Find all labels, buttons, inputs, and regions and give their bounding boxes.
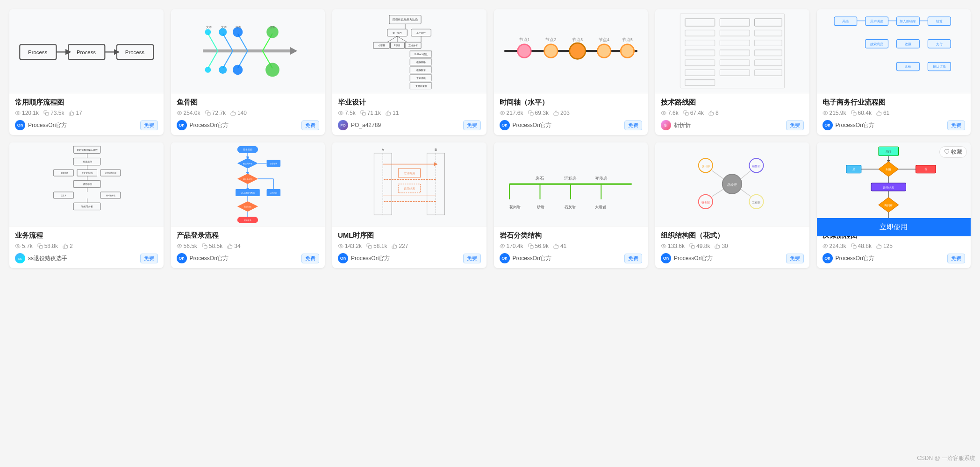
svg-text:总经理: 总经理 [727, 183, 737, 186]
author-name: ProcessOn官方 [513, 121, 551, 129]
svg-text:花岗岩: 花岗岩 [509, 205, 521, 210]
svg-text:销售部: 销售部 [752, 165, 761, 168]
card-footer: On ProcessOn官方 免费 [15, 120, 158, 130]
card-9[interactable]: A B 方法调用 返回结果 UML时序图 143.2 [332, 142, 486, 268]
card-body: UML时序图 143.2k 58.1k 227 On Proces [332, 226, 486, 268]
svg-text:小宗量: 小宗量 [378, 44, 385, 47]
card-10[interactable]: 岩石 沉积岩 变质岩 花岗岩 砂岩 石灰岩 大理岩 岩石分类结构 170.4k [494, 142, 648, 268]
card-title: 毕业设计 [338, 98, 481, 107]
svg-text:开始: 开始 [886, 149, 892, 153]
svg-rect-78 [720, 19, 750, 26]
svg-rect-81 [720, 30, 750, 36]
svg-rect-83 [685, 40, 715, 46]
svg-rect-187 [369, 246, 372, 249]
card-5[interactable]: 技术路线图 7.6k 67.4k 8 析 析忻忻 [655, 9, 809, 135]
card-body: 产品登录流程 56.5k 58.5k 34 On ProcessO [171, 226, 325, 268]
avatar: 析 [661, 120, 671, 130]
svg-text:否: 否 [924, 168, 927, 171]
views-stat: 217.6k [500, 110, 523, 116]
svg-rect-171 [204, 246, 207, 249]
svg-text:专家系统: 专家系统 [416, 77, 426, 79]
author-name: 析忻忻 [674, 121, 691, 129]
copies-stat: 71.1k [360, 110, 381, 116]
card-1[interactable]: Process Process Process 常用顺序流程图 120.1k 7 [9, 9, 164, 135]
author-info: On ProcessOn官方 [338, 253, 390, 263]
free-badge: 免费 [947, 254, 965, 263]
svg-point-96 [663, 113, 665, 114]
card-thumbnail: 岩石 沉积岩 变质岩 花岗岩 砂岩 石灰岩 大理岩 [494, 142, 648, 226]
card-stats: 133.6k 49.8k 30 [661, 243, 804, 249]
svg-rect-80 [685, 30, 715, 36]
card-stats: 143.2k 58.1k 227 [338, 243, 481, 249]
card-footer: On ProcessOn官方 免费 [338, 253, 481, 263]
svg-text:轻松等分析: 轻松等分析 [82, 205, 93, 208]
svg-text:中文文字识别: 中文文字识别 [82, 172, 93, 174]
svg-rect-97 [685, 113, 688, 116]
svg-text:返回结果: 返回结果 [404, 188, 415, 191]
svg-text:工程部: 工程部 [752, 201, 761, 204]
card-body: 组织结构图（花式） 133.6k 49.8k 30 On Proc [655, 226, 809, 268]
card-3[interactable]: 回归性总结类方法论 量子信号 基于软件 小宗量 R项目 五点分析 Kullbac… [332, 9, 486, 135]
author-name: ProcessOn官方 [513, 255, 551, 262]
views-stat: 7.6k [661, 110, 679, 116]
svg-rect-82 [755, 30, 782, 36]
card-8[interactable]: 登录页面 验证用户名 处理登录 输入验证码 进入用户界面 记住密码 是 [171, 142, 325, 268]
svg-point-20 [205, 29, 211, 35]
use-button[interactable]: 立即使用 [817, 218, 971, 236]
avatar: On [823, 120, 833, 130]
avatar: On [338, 253, 348, 263]
card-stats: 7.5k 71.1k 11 [338, 110, 481, 116]
author-info: On ProcessOn官方 [661, 253, 713, 263]
svg-point-25 [219, 66, 227, 74]
svg-point-64 [517, 44, 530, 57]
card-thumbnail: Process Process Process [9, 9, 164, 93]
svg-text:财务部: 财务部 [701, 201, 710, 204]
card-6[interactable]: 开始 用户浏览 加入购物车 结算 搜索商品 收藏 支付 比价 确认订单 [817, 9, 971, 135]
views-stat: 5.7k [15, 243, 33, 249]
card-stats: 224.3k 48.8k 125 [823, 243, 966, 249]
card-7[interactable]: 初始化数据输入参数 发送示例 一般期初符 中文文字识别 处理识别结果 调用示例 … [9, 142, 164, 268]
author-name: ProcessOn官方 [351, 255, 390, 262]
card-title: 时间轴（水平） [500, 98, 643, 107]
svg-rect-62 [362, 113, 365, 116]
views-stat: 120.1k [15, 110, 39, 116]
svg-text:输入验证码: 输入验证码 [243, 178, 252, 181]
likes-stat: 125 [876, 243, 893, 249]
likes-stat: 227 [392, 243, 408, 249]
svg-text:节点4: 节点4 [599, 37, 609, 42]
svg-point-68 [621, 44, 634, 57]
svg-text:结算: 结算 [936, 20, 942, 24]
svg-text:文本: 文本 [206, 26, 212, 29]
likes-stat: 61 [876, 110, 889, 116]
likes-stat: 11 [386, 110, 399, 116]
svg-point-27 [266, 63, 280, 77]
card-11[interactable]: 总经理 设计部 销售部 工程部 财务部 组织结构图（花式） 133.6k [655, 142, 809, 268]
svg-point-8 [17, 113, 19, 114]
svg-point-21 [219, 28, 227, 36]
svg-text:记住密码: 记住密码 [270, 192, 278, 194]
card-title: 常用顺序流程图 [15, 98, 158, 107]
svg-rect-90 [720, 60, 750, 66]
card-title: 电子商务行业流程图 [823, 98, 966, 107]
author-info: On ProcessOn官方 [500, 120, 551, 130]
collect-button[interactable]: ♡ 收藏 [939, 146, 967, 158]
card-4[interactable]: 节点1 节点2 节点3 节点4 节点5 时间轴（水平） 217.6k 69.3k [494, 9, 648, 135]
svg-line-212 [712, 171, 723, 179]
svg-rect-84 [720, 40, 750, 46]
author-name: ProcessOn官方 [836, 255, 874, 262]
svg-text:一般期初符: 一般期初符 [59, 172, 68, 174]
copies-stat: 56.9k [528, 243, 549, 249]
svg-text:调用示例: 调用示例 [83, 183, 92, 186]
svg-line-43 [397, 36, 407, 42]
card-footer: On ProcessOn官方 免费 [177, 253, 320, 263]
svg-text:模糊网络: 模糊网络 [416, 61, 426, 64]
author-info: PO PO_a42789 [338, 120, 381, 130]
free-badge: 免费 [140, 120, 158, 130]
svg-rect-76 [680, 14, 784, 88]
svg-text:再判断: 再判断 [885, 204, 893, 207]
card-body: 电子商务行业流程图 215.9k 60.4k 61 On Proc [817, 93, 971, 135]
card-2[interactable]: 文本 文本 文本 文本 鱼骨图 254.0k 72.7k 140 [171, 9, 325, 135]
svg-text:是否记住: 是否记住 [244, 206, 251, 208]
svg-text:文本: 文本 [221, 26, 227, 29]
card-12[interactable]: ♡ 收藏 开始 判断 否 是 [817, 142, 971, 268]
